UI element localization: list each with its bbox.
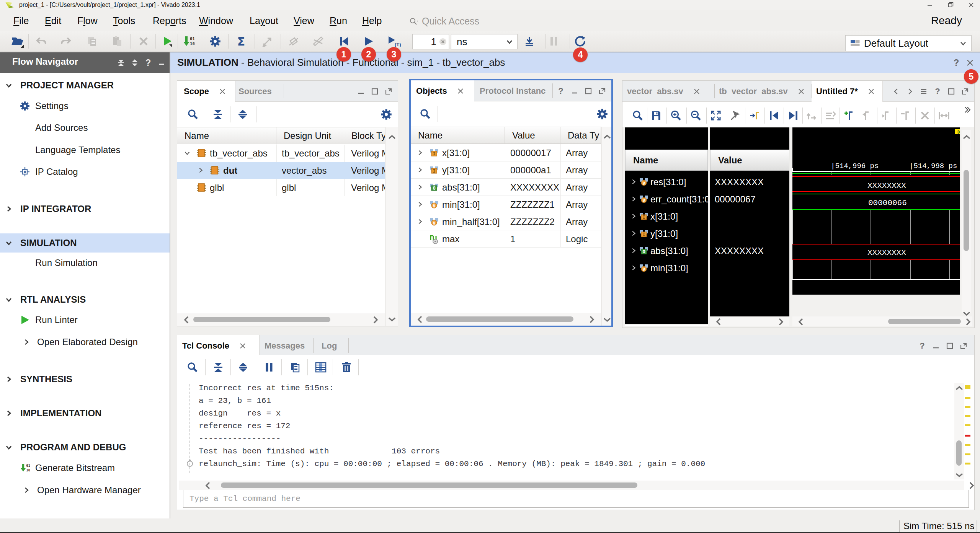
warning-marker[interactable] [965, 397, 970, 399]
wave-prev-marker-button[interactable] [859, 107, 876, 124]
scope-collapse-all-button[interactable] [209, 106, 226, 123]
tab-tcl-console[interactable]: Tcl Console [177, 335, 260, 356]
expand-all-icon[interactable] [128, 56, 141, 69]
wave-toolbar-overflow[interactable] [964, 106, 971, 114]
chevron-right-icon[interactable] [416, 200, 424, 208]
window-minimize-button[interactable] [921, 0, 939, 10]
quick-access-search[interactable]: Quick Access [407, 14, 511, 29]
sidebar-item-run-linter[interactable]: Run Linter [0, 310, 170, 329]
error-marker[interactable] [965, 435, 970, 437]
wave-search-button[interactable] [629, 107, 646, 124]
wave-signal-err_count310[interactable]: V err_count[31:0 [625, 191, 708, 208]
scroll-up-icon[interactable] [955, 384, 964, 393]
help-icon[interactable]: ? [554, 84, 568, 98]
chevron-right-icon[interactable] [630, 212, 637, 220]
sidebar-item-ip-integrator[interactable]: IP INTEGRATOR [0, 199, 170, 218]
wave-span-button[interactable] [936, 107, 952, 124]
objects-row-x310[interactable]: I x[31:0] 00000017 Array [411, 144, 601, 161]
scroll-right-icon[interactable] [776, 317, 785, 326]
step-button[interactable] [521, 33, 538, 50]
chevron-right-icon[interactable] [630, 264, 637, 272]
chevron-right-icon[interactable] [630, 230, 637, 237]
run-button[interactable] [159, 33, 176, 50]
wave-signal-abs310[interactable]: O abs[31:0] [625, 242, 708, 259]
next-tab-icon[interactable] [903, 85, 917, 98]
scroll-left-icon[interactable] [182, 315, 191, 324]
scope-row-tb_vector_abs[interactable]: tb_vector_abs tb_vector_abs Verilog M [177, 145, 385, 162]
clear-icon[interactable] [438, 37, 448, 47]
wave-no-drag-button[interactable] [727, 107, 744, 124]
close-icon[interactable] [457, 88, 464, 95]
wave-signal-res310[interactable]: V res[31:0] [625, 173, 708, 191]
help-icon[interactable]: ? [949, 56, 963, 70]
chevron-right-icon[interactable] [630, 178, 637, 186]
close-icon[interactable] [239, 342, 246, 349]
chevron-right-icon[interactable] [630, 247, 637, 254]
scrollbar-thumb[interactable] [426, 316, 573, 322]
tab-protocol-instanc[interactable]: Protocol Instanc [474, 80, 549, 101]
window-restore-button[interactable] [942, 0, 959, 10]
wave-marker-flag[interactable]: D [955, 129, 960, 134]
chevron-right-icon[interactable] [416, 149, 424, 156]
objects-hscrollbar[interactable] [411, 313, 601, 326]
time-unit-selector[interactable]: ns [451, 34, 518, 49]
objects-settings-button[interactable] [594, 106, 611, 122]
remove-breakpoint-button[interactable] [310, 33, 327, 50]
warning-marker[interactable] [965, 463, 970, 465]
scrollbar-thumb[interactable] [956, 440, 962, 466]
float-icon[interactable] [595, 84, 609, 98]
undo-button[interactable] [33, 33, 50, 50]
float-icon[interactable] [382, 85, 395, 98]
sidebar-item-settings[interactable]: Settings [0, 96, 170, 116]
close-icon[interactable] [693, 88, 700, 95]
scroll-up-icon[interactable] [962, 133, 971, 142]
sidebar-item-program-and-debug[interactable]: PROGRAM AND DEBUG [0, 438, 170, 457]
tab-list-icon[interactable] [917, 85, 931, 98]
scope-expand-all-button[interactable] [234, 106, 251, 123]
layout-selector[interactable]: Default Layout [845, 35, 972, 51]
objects-row-max[interactable]: max 1 Logic [411, 230, 601, 248]
open-button[interactable] [10, 33, 26, 50]
objects-search-button[interactable] [417, 106, 434, 122]
warning-marker[interactable] [965, 444, 970, 446]
menu-layout[interactable]: Layout [250, 10, 278, 31]
scope-row-glbl[interactable]: glbl glbl Verilog M [177, 179, 385, 196]
scroll-down-icon[interactable] [955, 470, 964, 479]
prev-tab-icon[interactable] [889, 85, 903, 98]
wave-swap-button[interactable] [804, 107, 820, 124]
scroll-left-icon[interactable] [714, 317, 723, 326]
minimize-icon[interactable] [354, 85, 368, 98]
wave-hscrollbar[interactable] [792, 316, 972, 326]
chevron-right-icon[interactable] [416, 218, 424, 225]
scope-row-dut[interactable]: dut vector_abs Verilog M [177, 162, 385, 179]
simulation-time-input[interactable]: 1 [412, 34, 449, 49]
sidebar-item-rtl-analysis[interactable]: RTL ANALYSIS [0, 290, 170, 309]
paste-button[interactable] [109, 33, 126, 50]
chevron-right-icon[interactable] [197, 166, 204, 174]
scrollbar-thumb[interactable] [964, 170, 969, 251]
tcl-collapse-button[interactable] [210, 359, 227, 376]
objects-row-min310[interactable]: V min[31:0] ZZZZZZZ1 Array [411, 196, 601, 213]
wave-zoom-in-button[interactable] [668, 107, 684, 124]
sidebar-item-ip-catalog[interactable]: IP Catalog [0, 162, 170, 181]
wave-value-hscrollbar[interactable] [710, 316, 789, 326]
wave-del-marker-button[interactable] [897, 107, 914, 124]
scroll-up-icon[interactable] [603, 132, 612, 142]
scrollbar-thumb[interactable] [193, 317, 330, 322]
sidebar-item-run-simulation[interactable]: Run Simulation [0, 253, 170, 272]
menu-edit[interactable]: Edit [45, 10, 61, 31]
report-button[interactable]: Σ [233, 33, 250, 50]
sidebar-item-generate-bitstream[interactable]: 0110Generate Bitstream [0, 458, 170, 478]
wave-signal-min310[interactable]: V min[31:0] [625, 259, 708, 277]
close-icon[interactable] [798, 88, 805, 95]
edit-breakpoint-button[interactable] [285, 33, 302, 50]
column-header-value[interactable]: Value [505, 127, 560, 144]
sidebar-item-add-sources[interactable]: Add Sources [0, 118, 170, 137]
wave-zoom-out-button[interactable] [688, 107, 704, 124]
objects-row-y310[interactable]: I y[31:0] 000000a1 Array [411, 161, 601, 179]
tab-tb-vector-abs-sv[interactable]: tb_vector_abs.sv [714, 81, 812, 102]
minimize-icon[interactable] [929, 339, 943, 353]
settings-button[interactable] [207, 33, 224, 50]
tcl-clear-button[interactable] [338, 359, 355, 376]
warning-marker[interactable] [965, 385, 970, 389]
